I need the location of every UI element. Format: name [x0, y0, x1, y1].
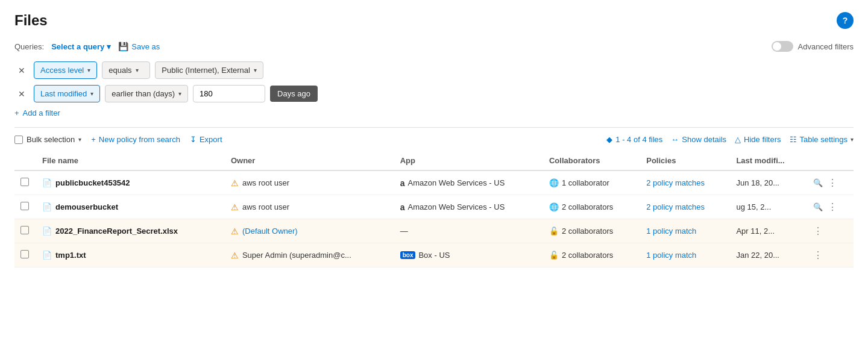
- warning-icon: ⚠: [231, 227, 239, 236]
- globe-icon: 🌐: [549, 202, 559, 211]
- globe-icon: 🌐: [549, 178, 559, 187]
- chevron-down-icon: ▾: [851, 136, 854, 143]
- filter-value-input-2[interactable]: [193, 85, 265, 102]
- search-row-icon[interactable]: 🔍: [813, 202, 823, 211]
- warning-icon: ⚠: [231, 251, 239, 260]
- filter-operator-dropdown-2[interactable]: earlier than (days) ▾: [105, 85, 188, 102]
- show-details-button[interactable]: ↔ Show details: [671, 135, 726, 144]
- results-count: ◆ 1 - 4 of 4 files: [606, 135, 662, 144]
- file-name: demouserbucket: [55, 202, 118, 211]
- filter-field-label-1: Access level: [40, 66, 84, 75]
- funnel-icon: ◆: [606, 135, 612, 144]
- last-modified: Jan 22, 20...: [730, 243, 807, 267]
- table-row: 📄publicbucket453542 ⚠ aws root user aAma…: [14, 170, 854, 195]
- filter-row-access-level: ✕ Access level ▾ equals ▾ Public (Intern…: [14, 61, 854, 79]
- file-icon: 📄: [42, 202, 52, 211]
- row-checkbox[interactable]: [20, 178, 29, 186]
- col-policies: Policies: [640, 151, 730, 170]
- table-row: 📄2022_FinanceReport_Secret.xlsx ⚠ (Defau…: [14, 219, 854, 243]
- policy-matches[interactable]: 2 policy matches: [646, 202, 705, 211]
- search-row-icon[interactable]: 🔍: [813, 178, 823, 187]
- owner-name: aws root user: [242, 202, 289, 211]
- filter-operator-dropdown-1[interactable]: equals ▾: [102, 61, 150, 79]
- new-policy-button[interactable]: + New policy from search: [91, 135, 180, 144]
- collaborators-count: 1 collaborator: [562, 178, 609, 187]
- filter-field-dropdown-1[interactable]: Access level ▾: [34, 61, 97, 79]
- chevron-down-icon: ▾: [90, 90, 93, 97]
- export-label: Export: [200, 135, 222, 144]
- collaborators-count: 2 collaborators: [562, 202, 613, 211]
- chevron-down-icon: ▾: [254, 67, 257, 73]
- filter-operator-label-1: equals: [108, 66, 131, 75]
- plus-icon: +: [91, 135, 96, 144]
- add-filter-label: Add a filter: [23, 108, 60, 117]
- more-actions-icon[interactable]: ⋮: [828, 177, 837, 189]
- help-button[interactable]: ?: [837, 12, 854, 29]
- table-row: 📄demouserbucket ⚠ aws root user aAmazon …: [14, 195, 854, 219]
- export-button[interactable]: ↧ Export: [190, 135, 222, 144]
- advanced-filters-label: Advanced filters: [798, 42, 854, 51]
- app-name: Box - US: [418, 251, 450, 260]
- save-as-button[interactable]: 💾 Save as: [118, 42, 160, 51]
- chevron-down-icon: ▾: [78, 136, 81, 143]
- filter-remove-button-2[interactable]: ✕: [14, 88, 29, 100]
- download-icon: ↧: [190, 135, 197, 144]
- filter-value-dropdown-1[interactable]: Public (Internet), External ▾: [155, 61, 263, 79]
- owner-name: (Default Owner): [242, 227, 298, 236]
- filter-icon: △: [735, 135, 741, 144]
- box-icon: box: [400, 251, 416, 259]
- more-actions-icon[interactable]: ⋮: [813, 249, 823, 261]
- add-filter-button[interactable]: + Add a filter: [14, 108, 60, 117]
- filter-field-label-2: Last modified: [40, 89, 87, 98]
- advanced-filters-toggle-switch[interactable]: [772, 41, 793, 52]
- app-name: Amazon Web Services - US: [407, 202, 505, 211]
- policy-matches[interactable]: 1 policy match: [646, 227, 696, 236]
- col-actions: [807, 151, 854, 170]
- save-icon: 💾: [118, 42, 128, 51]
- app-name: Amazon Web Services - US: [407, 178, 505, 187]
- table-icon: ☷: [790, 135, 797, 144]
- row-checkbox[interactable]: [20, 250, 29, 258]
- table-settings-button[interactable]: ☷ Table settings ▾: [790, 135, 854, 144]
- divider: [14, 127, 854, 128]
- lock-icon: 🔓: [549, 251, 559, 260]
- dash-icon: —: [400, 227, 408, 236]
- filter-value-label-1: Public (Internet), External: [162, 66, 250, 75]
- lock-icon: 🔓: [549, 227, 559, 236]
- toolbar-right: ◆ 1 - 4 of 4 files ↔ Show details △ Hide…: [606, 135, 854, 144]
- more-actions-icon[interactable]: ⋮: [813, 225, 823, 237]
- filter-remove-button-1[interactable]: ✕: [14, 64, 29, 77]
- plus-icon: +: [14, 108, 19, 117]
- warning-icon: ⚠: [231, 178, 239, 188]
- last-modified: ug 15, 2...: [730, 195, 807, 219]
- advanced-filters-toggle[interactable]: Advanced filters: [772, 41, 854, 52]
- more-actions-icon[interactable]: ⋮: [828, 201, 837, 213]
- row-checkbox[interactable]: [20, 202, 29, 210]
- file-icon: 📄: [42, 178, 52, 187]
- select-query-button[interactable]: Select a query ▾: [51, 42, 111, 51]
- hide-filters-button[interactable]: △ Hide filters: [735, 135, 781, 144]
- amazon-icon: a: [400, 178, 405, 188]
- chevron-down-icon: ▾: [107, 42, 111, 51]
- owner-name: aws root user: [242, 178, 289, 187]
- days-ago-button[interactable]: Days ago: [270, 86, 318, 102]
- policy-matches[interactable]: 2 policy matches: [646, 178, 705, 187]
- page-title: Files: [14, 12, 48, 29]
- collaborators-count: 2 collaborators: [562, 251, 613, 260]
- filter-field-dropdown-2[interactable]: Last modified ▾: [34, 85, 100, 102]
- chevron-down-icon: ▾: [136, 67, 139, 73]
- bulk-selection-label: Bulk selection: [27, 135, 75, 144]
- policy-matches[interactable]: 1 policy match: [646, 251, 696, 260]
- amazon-icon: a: [400, 202, 405, 212]
- filter-operator-label-2: earlier than (days): [112, 89, 175, 98]
- col-filename: File name: [36, 151, 225, 170]
- file-name: 2022_FinanceReport_Secret.xlsx: [55, 227, 178, 236]
- file-icon: 📄: [42, 227, 52, 236]
- owner-name: Super Admin (superadmin@c...: [242, 251, 351, 260]
- row-checkbox[interactable]: [20, 226, 29, 234]
- file-name: tmp1.txt: [55, 251, 86, 260]
- col-app: App: [394, 151, 543, 170]
- chevron-down-icon: ▾: [87, 67, 90, 73]
- last-modified: Jun 18, 20...: [730, 170, 807, 195]
- bulk-selection-button[interactable]: Bulk selection ▾: [14, 135, 81, 144]
